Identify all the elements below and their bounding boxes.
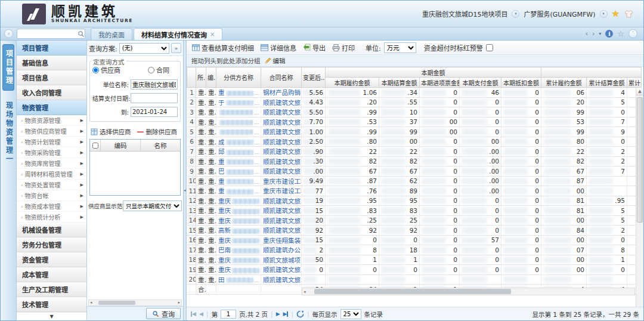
- sidebar-item[interactable]: 基础信息: [17, 55, 86, 70]
- sidebar-item[interactable]: 物资管理: [17, 100, 86, 115]
- mini-checkbox[interactable]: [90, 140, 101, 151]
- table-row[interactable]: 5重..重.....顺凯建筑文旅城...1.00.99990000999: [187, 127, 642, 137]
- sidebar-item[interactable]: 资金管理: [17, 252, 86, 267]
- grid-v-scrollbar[interactable]: ▲: [636, 88, 643, 307]
- contract-link[interactable]: 顺凯建筑文旅城...: [263, 138, 302, 146]
- sidebar-item[interactable]: 收入合同管理: [17, 85, 86, 100]
- group-by-bar[interactable]: 拖动列头到此处添加分组 编辑: [187, 55, 643, 67]
- table-row[interactable]: 10重..重..重...重庆市建设工程...9.49.87620.00087: [187, 176, 642, 186]
- view-settlement-detail-button[interactable]: 查看结算支付明细: [190, 42, 256, 53]
- contract-link[interactable]: 顺凯建筑文旅城...: [263, 227, 302, 234]
- contract-link[interactable]: 顺凯建筑文旅城...: [263, 128, 302, 135]
- project-dropdown-icon[interactable]: ▾: [512, 10, 519, 18]
- col-supplier[interactable]: 分供方名称: [216, 67, 261, 88]
- contract-link[interactable]: 顺凯文旅城项目...: [263, 257, 302, 264]
- unit-name-input[interactable]: [131, 79, 178, 89]
- search-input[interactable]: [17, 30, 78, 37]
- supplier-cell[interactable]: 高新...: [216, 226, 261, 236]
- detail-info-button[interactable]: 详细信息: [259, 42, 298, 53]
- mini-col-name[interactable]: 名称: [141, 140, 180, 151]
- table-row[interactable]: 16重..重..重庆...重庆佳翔集装箱...15000570000: [187, 235, 642, 245]
- supplier-cell[interactable]: 重庆...: [216, 206, 261, 216]
- module-tab-0[interactable]: 项目管理: [2, 44, 14, 91]
- supplier-cell[interactable]: 重...: [216, 186, 261, 196]
- supplier-cell[interactable]: 重庆...: [216, 215, 261, 226]
- grid-h-scrollbar[interactable]: ◂: [302, 288, 635, 295]
- table-row[interactable]: 8重..重..重...顺凯建筑文旅城....3082820.000822: [187, 156, 642, 166]
- scroll-right-icon[interactable]: ▸: [178, 300, 180, 305]
- overpay-warn-checkbox[interactable]: [486, 44, 493, 51]
- supplier-cell[interactable]: 重...: [216, 176, 261, 186]
- sidebar-item[interactable]: 劳务分包管理: [17, 237, 86, 252]
- table-row[interactable]: 9重..重..巴...顺凯建筑文旅城....0067670.000677: [187, 166, 642, 177]
- supplier-cell[interactable]: 成...: [216, 137, 261, 147]
- supplier-cell[interactable]: ...: [216, 127, 261, 137]
- remove-supplier-button[interactable]: — 删除供应商: [137, 127, 178, 136]
- grid-header[interactable]: 所.. 编.. 分供方名称 合同名称 变更后... 本期金额 本期履约金额 本期…: [187, 67, 642, 88]
- supplier-cell[interactable]: 重...: [216, 88, 261, 98]
- h-scrollbar-thumb[interactable]: [314, 289, 511, 294]
- col-acc-more[interactable]: 累计: [627, 78, 642, 88]
- date-to-input[interactable]: [131, 107, 178, 117]
- next-page-button[interactable]: ▶: [276, 311, 280, 317]
- search-icon[interactable]: [78, 30, 85, 38]
- col-cur-pay[interactable]: 本期支付金额: [460, 78, 501, 88]
- col-code[interactable]: 编..: [206, 67, 216, 88]
- contract-link[interactable]: 顺凯建筑文旅城...: [263, 276, 302, 283]
- supplier-range-select[interactable]: 只显示本期或欠付有值: [123, 200, 182, 211]
- select-supplier-button[interactable]: 选择供应商: [91, 127, 131, 136]
- col-cur-settle[interactable]: 本期结算金额: [379, 78, 420, 88]
- page-input[interactable]: [221, 310, 236, 319]
- table-row[interactable]: 12重..重..重庆...顺凯建筑文旅城...19.959500081.95: [187, 196, 642, 206]
- sidebar-item[interactable]: ›物资统计分析▶: [17, 212, 86, 223]
- sidebar-item[interactable]: ›物资采购管理▶: [17, 147, 86, 158]
- mini-col-code[interactable]: 编码: [101, 140, 141, 151]
- table-row[interactable]: 20重..重..田...顺凯建筑文旅城...: [187, 274, 642, 285]
- sidebar-more-icon[interactable]: ▼: [17, 312, 86, 320]
- sidebar-item[interactable]: ›物资计划管理▶: [17, 137, 86, 147]
- favorite-tab-icon[interactable]: ☆: [617, 29, 624, 38]
- query-button[interactable]: 查询: [146, 308, 181, 319]
- supplier-cell[interactable]: 重庆...: [216, 265, 261, 275]
- table-row[interactable]: 7重..重..邱...顺凯建筑文旅城....9022220.000222: [187, 147, 642, 157]
- module-tab-1[interactable]: 现场物资管理一: [3, 97, 13, 169]
- table-row[interactable]: 1重..重..重...钢材产品购销合同5.561.06.340460064: [187, 88, 642, 98]
- supplier-cell[interactable]: 巴南...: [216, 245, 261, 255]
- supplier-cell[interactable]: 重庆...: [216, 196, 261, 206]
- supplier-cell[interactable]: ...: [216, 117, 261, 127]
- edit-columns-button[interactable]: 编辑: [265, 56, 286, 65]
- contract-link[interactable]: 顺凯建筑文旅城...: [263, 119, 302, 126]
- last-page-button[interactable]: ▶: [283, 311, 289, 317]
- contract-link[interactable]: 顺凯建筑文旅城...: [263, 168, 302, 175]
- v-scrollbar-thumb[interactable]: [637, 97, 643, 223]
- collapse-left-icon[interactable]: ‹: [4, 29, 13, 38]
- user-dropdown-icon[interactable]: ▾: [600, 10, 608, 18]
- tab-back-icon[interactable]: ‹: [586, 30, 588, 38]
- prev-page-button[interactable]: ◀: [199, 311, 203, 317]
- refresh-icon[interactable]: [296, 310, 304, 318]
- sidebar-item[interactable]: 成本管理: [17, 267, 86, 282]
- settle-date-input[interactable]: [131, 93, 178, 103]
- sidebar-item[interactable]: 项目管理: [17, 41, 86, 55]
- col-acc-settle[interactable]: 累计结算金额: [587, 78, 627, 88]
- supplier-cell[interactable]: 重庆...: [216, 235, 261, 245]
- contract-link[interactable]: 钢材产品购销合同: [263, 89, 302, 96]
- col-cur-invoice[interactable]: 本期进项票金额: [420, 78, 460, 88]
- col-change[interactable]: 变更后...: [302, 67, 326, 88]
- sidebar-item[interactable]: 项目信息: [17, 70, 86, 85]
- sidebar-item[interactable]: ›物资资源管理▶: [17, 115, 86, 126]
- first-page-button[interactable]: ◀: [191, 311, 196, 317]
- sidebar-item[interactable]: ›物资成本管理▶: [17, 201, 86, 212]
- tab-list-icon[interactable]: ▾: [599, 31, 601, 36]
- contract-link[interactable]: 顺凯建筑文旅城...: [263, 109, 302, 116]
- supplier-cell[interactable]: 于...: [216, 97, 261, 107]
- table-row[interactable]: 15重..重..高新...顺凯建筑文旅城...929292000842: [187, 226, 642, 236]
- supplier-cell[interactable]: 巴...: [216, 166, 261, 177]
- contract-link[interactable]: 顺凯建筑文旅城...: [263, 207, 302, 214]
- tab-0[interactable]: 我的桌面: [91, 28, 132, 40]
- supplier-cell[interactable]: 田...: [216, 274, 261, 285]
- sidebar-item[interactable]: ›物资供应商管理▶: [17, 126, 86, 137]
- supplier-cell[interactable]: ...: [216, 107, 261, 118]
- query-h-scrollbar[interactable]: ◂ ▸: [88, 300, 182, 306]
- col-acc-perf[interactable]: 累计履约金额: [541, 78, 587, 88]
